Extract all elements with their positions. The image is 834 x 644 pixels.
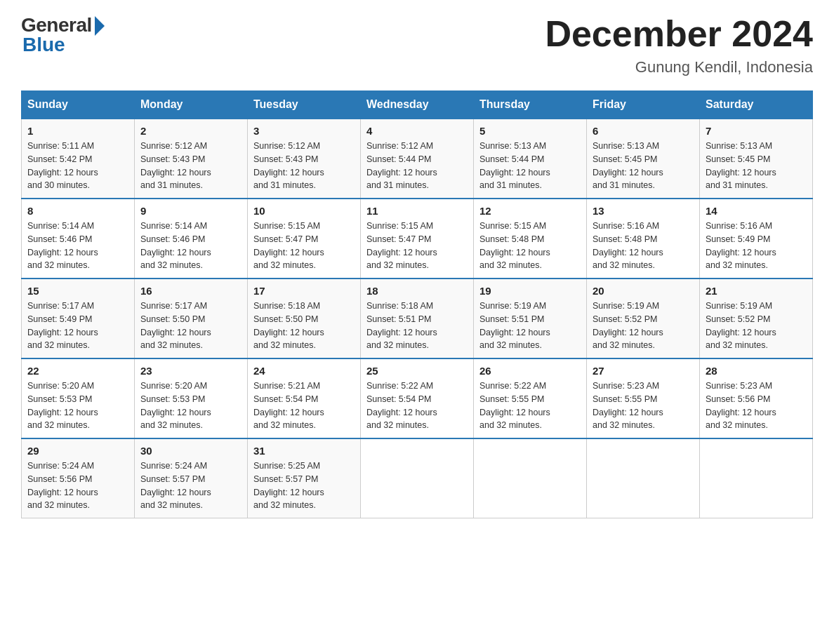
day-number: 20 (593, 285, 694, 297)
day-info: Sunrise: 5:17 AMSunset: 5:49 PMDaylight:… (27, 300, 128, 352)
day-info: Sunrise: 5:16 AMSunset: 5:48 PMDaylight:… (593, 220, 694, 272)
day-number: 12 (479, 205, 581, 217)
day-info: Sunrise: 5:16 AMSunset: 5:49 PMDaylight:… (706, 220, 807, 272)
calendar-week-row: 1Sunrise: 5:11 AMSunset: 5:42 PMDaylight… (22, 119, 813, 199)
day-number: 28 (706, 365, 807, 377)
month-title: December 2024 (545, 14, 813, 54)
day-info: Sunrise: 5:13 AMSunset: 5:45 PMDaylight:… (706, 140, 807, 192)
day-number: 29 (27, 445, 128, 457)
calendar-week-row: 8Sunrise: 5:14 AMSunset: 5:46 PMDaylight… (22, 199, 813, 279)
calendar-cell (474, 438, 587, 518)
day-number: 2 (140, 125, 241, 137)
day-info: Sunrise: 5:17 AMSunset: 5:50 PMDaylight:… (140, 300, 241, 352)
calendar-cell: 17Sunrise: 5:18 AMSunset: 5:50 PMDayligh… (248, 279, 361, 358)
calendar-cell: 9Sunrise: 5:14 AMSunset: 5:46 PMDaylight… (135, 199, 248, 279)
calendar-cell: 19Sunrise: 5:19 AMSunset: 5:51 PMDayligh… (474, 279, 587, 358)
column-header-friday: Friday (587, 91, 700, 119)
calendar-week-row: 29Sunrise: 5:24 AMSunset: 5:56 PMDayligh… (22, 438, 813, 518)
column-header-tuesday: Tuesday (248, 91, 361, 119)
day-number: 25 (366, 365, 468, 377)
day-info: Sunrise: 5:23 AMSunset: 5:55 PMDaylight:… (593, 380, 694, 432)
calendar-cell: 12Sunrise: 5:15 AMSunset: 5:48 PMDayligh… (474, 199, 587, 279)
day-info: Sunrise: 5:24 AMSunset: 5:56 PMDaylight:… (27, 459, 128, 512)
day-number: 21 (706, 285, 807, 297)
calendar-cell: 4Sunrise: 5:12 AMSunset: 5:44 PMDaylight… (361, 119, 474, 199)
calendar-table: SundayMondayTuesdayWednesdayThursdayFrid… (21, 90, 813, 518)
column-header-saturday: Saturday (700, 91, 813, 119)
day-number: 18 (366, 285, 468, 297)
location-subtitle: Gunung Kendil, Indonesia (545, 58, 813, 76)
calendar-cell: 1Sunrise: 5:11 AMSunset: 5:42 PMDaylight… (22, 119, 135, 199)
calendar-cell: 22Sunrise: 5:20 AMSunset: 5:53 PMDayligh… (22, 358, 135, 438)
day-info: Sunrise: 5:18 AMSunset: 5:50 PMDaylight:… (253, 300, 355, 352)
calendar-cell: 10Sunrise: 5:15 AMSunset: 5:47 PMDayligh… (248, 199, 361, 279)
calendar-cell: 31Sunrise: 5:25 AMSunset: 5:57 PMDayligh… (248, 438, 361, 518)
day-number: 1 (27, 125, 128, 137)
calendar-cell: 14Sunrise: 5:16 AMSunset: 5:49 PMDayligh… (700, 199, 813, 279)
day-number: 7 (706, 125, 807, 137)
day-number: 26 (479, 365, 581, 377)
calendar-cell: 24Sunrise: 5:21 AMSunset: 5:54 PMDayligh… (248, 358, 361, 438)
day-info: Sunrise: 5:22 AMSunset: 5:54 PMDaylight:… (366, 380, 468, 432)
logo-arrow-icon (95, 16, 105, 36)
column-header-sunday: Sunday (22, 91, 135, 119)
calendar-cell: 3Sunrise: 5:12 AMSunset: 5:43 PMDaylight… (248, 119, 361, 199)
calendar-cell: 26Sunrise: 5:22 AMSunset: 5:55 PMDayligh… (474, 358, 587, 438)
calendar-cell: 23Sunrise: 5:20 AMSunset: 5:53 PMDayligh… (135, 358, 248, 438)
day-info: Sunrise: 5:15 AMSunset: 5:48 PMDaylight:… (479, 220, 581, 272)
calendar-cell: 27Sunrise: 5:23 AMSunset: 5:55 PMDayligh… (587, 358, 700, 438)
calendar-cell (361, 438, 474, 518)
day-number: 15 (27, 285, 128, 297)
day-info: Sunrise: 5:13 AMSunset: 5:44 PMDaylight:… (479, 140, 581, 192)
logo-blue-text: Blue (22, 34, 65, 56)
calendar-cell: 25Sunrise: 5:22 AMSunset: 5:54 PMDayligh… (361, 358, 474, 438)
day-info: Sunrise: 5:19 AMSunset: 5:51 PMDaylight:… (479, 300, 581, 352)
day-number: 17 (253, 285, 355, 297)
calendar-cell: 6Sunrise: 5:13 AMSunset: 5:45 PMDaylight… (587, 119, 700, 199)
day-info: Sunrise: 5:15 AMSunset: 5:47 PMDaylight:… (366, 220, 468, 272)
day-info: Sunrise: 5:22 AMSunset: 5:55 PMDaylight:… (479, 380, 581, 432)
day-number: 22 (27, 365, 128, 377)
calendar-cell: 20Sunrise: 5:19 AMSunset: 5:52 PMDayligh… (587, 279, 700, 358)
day-number: 31 (253, 445, 355, 457)
day-info: Sunrise: 5:12 AMSunset: 5:43 PMDaylight:… (253, 140, 355, 192)
day-number: 16 (140, 285, 241, 297)
day-number: 13 (593, 205, 694, 217)
day-info: Sunrise: 5:13 AMSunset: 5:45 PMDaylight:… (593, 140, 694, 192)
day-number: 3 (253, 125, 355, 137)
day-info: Sunrise: 5:12 AMSunset: 5:44 PMDaylight:… (366, 140, 468, 192)
calendar-cell: 8Sunrise: 5:14 AMSunset: 5:46 PMDaylight… (22, 199, 135, 279)
day-number: 24 (253, 365, 355, 377)
day-number: 14 (706, 205, 807, 217)
day-info: Sunrise: 5:19 AMSunset: 5:52 PMDaylight:… (706, 300, 807, 352)
day-number: 8 (27, 205, 128, 217)
day-info: Sunrise: 5:20 AMSunset: 5:53 PMDaylight:… (27, 380, 128, 432)
day-info: Sunrise: 5:11 AMSunset: 5:42 PMDaylight:… (27, 140, 128, 192)
calendar-cell: 15Sunrise: 5:17 AMSunset: 5:49 PMDayligh… (22, 279, 135, 358)
day-info: Sunrise: 5:23 AMSunset: 5:56 PMDaylight:… (706, 380, 807, 432)
day-info: Sunrise: 5:14 AMSunset: 5:46 PMDaylight:… (140, 220, 241, 272)
calendar-cell: 2Sunrise: 5:12 AMSunset: 5:43 PMDaylight… (135, 119, 248, 199)
column-header-wednesday: Wednesday (361, 91, 474, 119)
day-info: Sunrise: 5:15 AMSunset: 5:47 PMDaylight:… (253, 220, 355, 272)
day-info: Sunrise: 5:19 AMSunset: 5:52 PMDaylight:… (593, 300, 694, 352)
calendar-week-row: 22Sunrise: 5:20 AMSunset: 5:53 PMDayligh… (22, 358, 813, 438)
day-info: Sunrise: 5:14 AMSunset: 5:46 PMDaylight:… (27, 220, 128, 272)
day-number: 9 (140, 205, 241, 217)
day-number: 23 (140, 365, 241, 377)
page-header: General Blue December 2024 Gunung Kendil… (21, 14, 813, 76)
day-info: Sunrise: 5:20 AMSunset: 5:53 PMDaylight:… (140, 380, 241, 432)
calendar-cell: 29Sunrise: 5:24 AMSunset: 5:56 PMDayligh… (22, 438, 135, 518)
calendar-cell: 11Sunrise: 5:15 AMSunset: 5:47 PMDayligh… (361, 199, 474, 279)
calendar-cell: 16Sunrise: 5:17 AMSunset: 5:50 PMDayligh… (135, 279, 248, 358)
day-number: 6 (593, 125, 694, 137)
calendar-cell: 5Sunrise: 5:13 AMSunset: 5:44 PMDaylight… (474, 119, 587, 199)
calendar-cell: 7Sunrise: 5:13 AMSunset: 5:45 PMDaylight… (700, 119, 813, 199)
calendar-cell: 30Sunrise: 5:24 AMSunset: 5:57 PMDayligh… (135, 438, 248, 518)
day-number: 19 (479, 285, 581, 297)
calendar-cell: 21Sunrise: 5:19 AMSunset: 5:52 PMDayligh… (700, 279, 813, 358)
column-header-thursday: Thursday (474, 91, 587, 119)
calendar-cell (700, 438, 813, 518)
day-number: 5 (479, 125, 581, 137)
day-info: Sunrise: 5:25 AMSunset: 5:57 PMDaylight:… (253, 459, 355, 512)
